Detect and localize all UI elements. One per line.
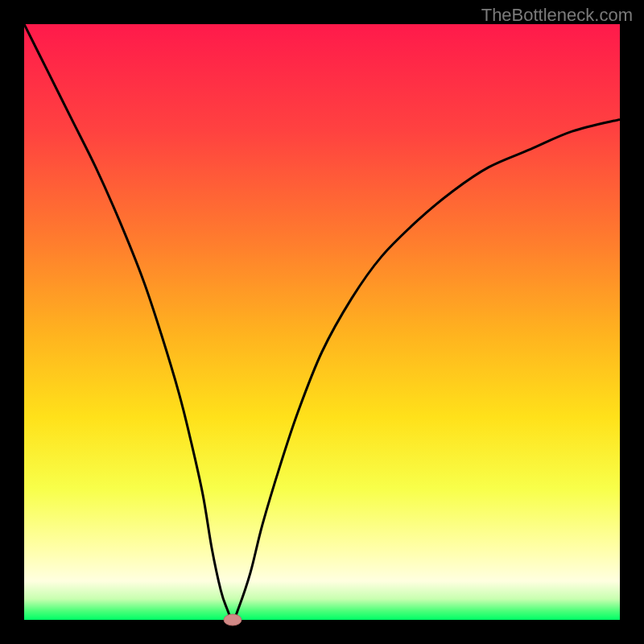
minimum-marker [224, 614, 242, 625]
plot-background [24, 24, 620, 620]
bottleneck-chart [0, 0, 644, 644]
chart-container: TheBottleneck.com [0, 0, 644, 644]
watermark-text: TheBottleneck.com [481, 5, 633, 26]
